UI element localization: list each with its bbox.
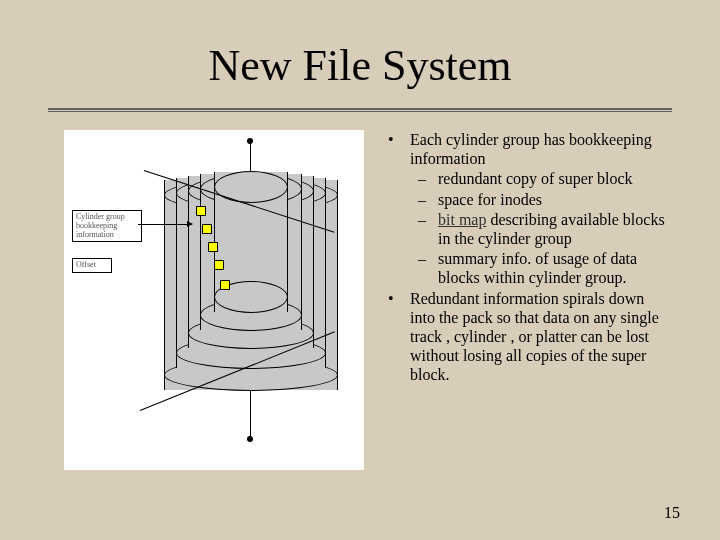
bullet-dot: • [384, 289, 410, 385]
bullet-item: • Redundant information spirals down int… [384, 289, 670, 385]
page-number: 15 [664, 504, 680, 522]
bullet-dot: • [384, 130, 410, 168]
cylinder-inner [214, 172, 288, 312]
sub-bullet-text: summary info. of usage of data blocks wi… [438, 249, 670, 287]
dash-mark: – [414, 190, 438, 209]
sub-bullet-item: – redundant copy of super block [384, 169, 670, 188]
marker-1 [196, 206, 206, 216]
label-line: Offset [76, 260, 96, 269]
page-title: New File System [0, 40, 720, 91]
bullet-text: Each cylinder group has bookkeeping info… [410, 130, 670, 168]
label-line: bookkeeping [76, 221, 117, 230]
slide: New File System [0, 0, 720, 540]
sub-bullet-text: redundant copy of super block [438, 169, 670, 188]
dash-mark: – [414, 169, 438, 188]
bullet-item: • Each cylinder group has bookkeeping in… [384, 130, 670, 168]
cylinder-figure: Cylinder group bookkeeping information O… [64, 130, 364, 470]
marker-2 [202, 224, 212, 234]
label-bookkeeping: Cylinder group bookkeeping information [72, 210, 142, 242]
marker-3 [208, 242, 218, 252]
sub-bullet-item: – space for inodes [384, 190, 670, 209]
label-line: information [76, 230, 114, 239]
marker-4 [214, 260, 224, 270]
sub-bullet-text: space for inodes [438, 190, 670, 209]
axis-top-dot [247, 138, 253, 144]
bullet-list: • Each cylinder group has bookkeeping in… [384, 130, 670, 385]
sub-bullet-text: bit map describing available blocks in t… [438, 210, 670, 248]
sub-bullet-item: – bit map describing available blocks in… [384, 210, 670, 248]
bitmap-underlined: bit map [438, 211, 486, 228]
axis-bottom-dot [247, 436, 253, 442]
arrow-bookkeeping [138, 224, 192, 225]
label-line: Cylinder group [76, 212, 125, 221]
bullet-text: Redundant information spirals down into … [410, 289, 670, 385]
marker-5 [220, 280, 230, 290]
sub-bullet-item: – summary info. of usage of data blocks … [384, 249, 670, 287]
title-rule [48, 108, 672, 110]
label-offset: Offset [72, 258, 112, 273]
dash-mark: – [414, 210, 438, 248]
dash-mark: – [414, 249, 438, 287]
